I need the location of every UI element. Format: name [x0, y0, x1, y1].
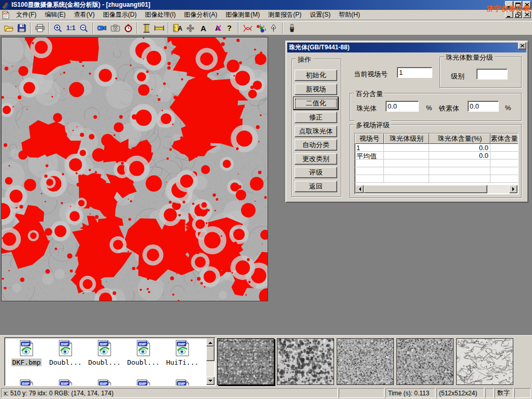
menu-item-view[interactable]: 查看(V) [70, 9, 99, 20]
bmp-file-icon: BMP [97, 340, 112, 356]
scrollbar-thumb[interactable] [206, 347, 215, 361]
file-item[interactable]: BMP DKF.bmp [8, 340, 45, 366]
svg-text:A: A [178, 25, 182, 32]
table-row[interactable]: 1 0.0 [355, 144, 518, 152]
dialog-title-bar[interactable]: 珠光体(GB/T9441-88) [287, 43, 526, 52]
thumbnail-5[interactable] [456, 338, 513, 385]
menu-item-edit[interactable]: 编辑(E) [41, 9, 70, 20]
file-item-partial[interactable]: BMP [47, 379, 84, 386]
curve-icon [243, 24, 253, 33]
col-pearlite-grade[interactable]: 珠光体级别 [384, 134, 429, 144]
scroll-down-button[interactable] [206, 377, 215, 385]
file-item-partial[interactable]: BMP [86, 379, 123, 386]
minimize-button[interactable] [505, 1, 513, 8]
file-name[interactable]: DKF.bmp [11, 358, 42, 366]
zoom-in-icon [54, 24, 62, 33]
scroll-left-button[interactable] [355, 185, 364, 193]
menu-item-image-display[interactable]: 图像显示(D) [99, 9, 141, 20]
initialize-button[interactable]: 初始化 [295, 70, 337, 81]
menu-item-image-analysis[interactable]: 图像分析(A) [180, 9, 221, 20]
col-field-no[interactable]: 视场号 [355, 134, 384, 144]
file-name[interactable]: Doubl... [126, 358, 161, 366]
horizontal-measure-button[interactable] [153, 22, 166, 34]
thumbnail-4[interactable] [396, 338, 454, 385]
metallograph-image[interactable] [1, 37, 268, 301]
file-item-partial[interactable]: BMP [8, 379, 45, 386]
menu-item-settings[interactable]: 设置(S) [305, 9, 335, 20]
measure-annotate-button[interactable]: A [171, 22, 184, 34]
thumbnail-3[interactable] [337, 338, 394, 385]
file-name[interactable]: Doubl... [87, 358, 122, 366]
classify-points-button[interactable]: 123 [254, 22, 267, 34]
title-bar: IS100显微摄像系统(金相分析版) - [zhuguangti01] [0, 0, 532, 10]
status-mode: 数字 [495, 388, 513, 398]
file-name[interactable]: Doubl... [48, 358, 83, 366]
vertical-measure-button[interactable] [140, 22, 153, 34]
file-item-partial[interactable]: BMP [125, 379, 162, 386]
status-bar: x: 510 y: 79 idx: 0 RGB: (174, 174, 174)… [0, 387, 532, 399]
file-item[interactable]: BMP Doubl... [125, 340, 162, 366]
correct-button[interactable]: 修正 [295, 112, 337, 123]
file-list[interactable]: BMP DKF.bmp BMP Doubl... BMP Doubl... BM… [4, 337, 216, 386]
toolbar-separator [92, 22, 94, 34]
level-input[interactable] [476, 69, 508, 79]
file-item-partial[interactable]: BMP [164, 379, 201, 386]
help-button[interactable]: ? [223, 22, 236, 34]
maximize-button[interactable] [514, 1, 522, 8]
menu-item-file[interactable]: 文件(F) [12, 9, 41, 20]
ferrite-percent-input[interactable] [468, 101, 499, 112]
new-field-button[interactable]: 新视场 [295, 84, 337, 95]
close-button[interactable] [523, 1, 531, 8]
thumbnail-2[interactable] [277, 338, 334, 385]
scrollbar-thumb[interactable] [364, 185, 487, 193]
scrollbar-track[interactable] [487, 185, 509, 193]
print-button[interactable] [33, 22, 46, 34]
video-capture-button[interactable] [96, 22, 109, 34]
curve-tool-button[interactable] [241, 22, 254, 34]
zoom-out-button[interactable] [77, 22, 90, 34]
current-field-input[interactable] [397, 67, 432, 78]
file-item[interactable]: BMP HuiTi... [164, 340, 201, 366]
child-restore-button[interactable] [514, 11, 522, 18]
percent-group-label: 百分含量 [354, 89, 384, 99]
scroll-right-button[interactable] [509, 185, 517, 193]
auto-classify-button[interactable]: 自动分类 [295, 139, 337, 151]
save-button[interactable] [15, 22, 28, 34]
dialog-close-button[interactable] [518, 42, 526, 49]
multi-field-table[interactable]: 视场号 珠光体级别 珠光体含量(%) 铁素体含量(%) 1 0.0 平均值 0.… [354, 133, 518, 194]
open-file-button[interactable] [2, 22, 15, 34]
menu-item-measure-report[interactable]: 测量报告(P) [264, 9, 305, 20]
grade-button[interactable]: 评级 [295, 167, 337, 178]
move-object-button[interactable] [184, 22, 197, 34]
pick-pearlite-button[interactable]: 点取珠光体 [295, 126, 337, 137]
table-horizontal-scrollbar[interactable] [355, 185, 517, 193]
menu-item-image-measure[interactable]: 图像测量(M) [221, 9, 264, 20]
file-list-scrollbar[interactable] [206, 338, 215, 385]
file-item[interactable]: BMP Doubl... [86, 340, 123, 366]
file-item[interactable]: BMP Doubl... [47, 340, 84, 366]
child-minimize-button[interactable] [505, 11, 513, 18]
delete-text-button[interactable]: A [210, 22, 223, 34]
file-name[interactable]: HuiTi... [165, 358, 200, 366]
add-text-button[interactable]: A [197, 22, 210, 34]
timer-button[interactable] [122, 22, 135, 34]
photo-capture-button[interactable] [109, 22, 122, 34]
scrollbar-track[interactable] [206, 361, 215, 377]
col-pearlite-content[interactable]: 珠光体含量(%) [429, 134, 490, 144]
change-class-button[interactable]: 更改类别 [295, 153, 337, 165]
pen-tool-button[interactable] [267, 22, 280, 34]
return-button[interactable]: 返回 [295, 181, 337, 192]
table-row[interactable]: 平均值 0.0 [355, 152, 518, 159]
actual-size-button[interactable]: 1:1 [64, 22, 77, 34]
child-close-button[interactable] [523, 11, 531, 18]
zoom-in-button[interactable] [51, 22, 64, 34]
scroll-up-button[interactable] [206, 338, 215, 347]
thumbnail-1[interactable] [217, 338, 274, 385]
binarize-button[interactable]: 二值化 [294, 97, 338, 110]
menu-item-help[interactable]: 帮助(H) [335, 9, 364, 20]
col-ferrite-content[interactable]: 铁素体含量(%) [490, 134, 518, 144]
table-header-row: 视场号 珠光体级别 珠光体含量(%) 铁素体含量(%) [355, 134, 518, 144]
brush-tool-button[interactable] [285, 22, 298, 34]
menu-item-image-process[interactable]: 图像处理(I) [141, 9, 180, 20]
pearlite-percent-input[interactable] [385, 101, 419, 112]
